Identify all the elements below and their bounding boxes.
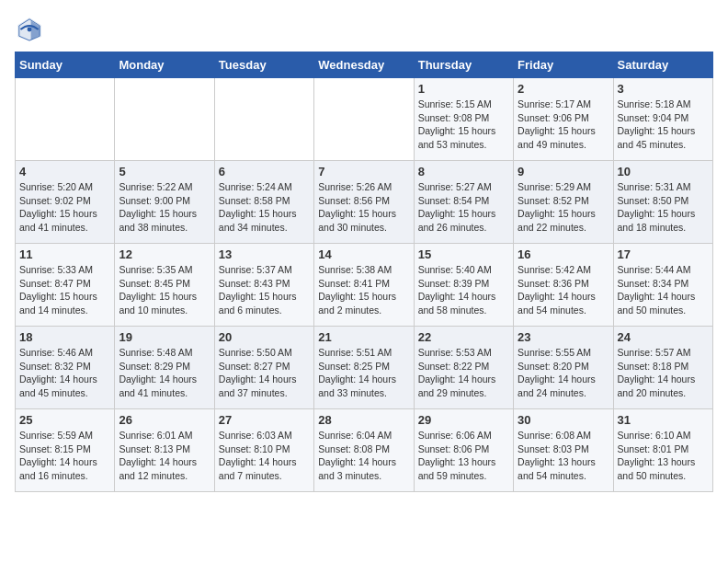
calendar-cell: 28Sunrise: 6:04 AM Sunset: 8:08 PM Dayli… (314, 409, 414, 492)
calendar-header: SundayMondayTuesdayWednesdayThursdayFrid… (16, 52, 713, 78)
day-info: Sunrise: 5:59 AM Sunset: 8:15 PM Dayligh… (19, 429, 110, 483)
day-info: Sunrise: 5:37 AM Sunset: 8:43 PM Dayligh… (219, 263, 310, 317)
day-info: Sunrise: 5:24 AM Sunset: 8:58 PM Dayligh… (219, 180, 310, 235)
day-info: Sunrise: 5:18 AM Sunset: 9:04 PM Dayligh… (618, 98, 709, 152)
logo (15, 15, 48, 44)
day-info: Sunrise: 5:55 AM Sunset: 8:20 PM Dayligh… (518, 346, 609, 400)
calendar-week-4: 18Sunrise: 5:46 AM Sunset: 8:32 PM Dayli… (16, 327, 713, 409)
day-info: Sunrise: 5:17 AM Sunset: 9:06 PM Dayligh… (518, 98, 609, 152)
day-number: 14 (318, 247, 409, 261)
day-number: 29 (418, 413, 509, 427)
calendar-cell: 12Sunrise: 5:35 AM Sunset: 8:45 PM Dayli… (115, 244, 214, 327)
calendar-cell (16, 78, 115, 161)
day-number: 5 (119, 165, 210, 178)
calendar-cell: 27Sunrise: 6:03 AM Sunset: 8:10 PM Dayli… (214, 409, 313, 492)
calendar-cell: 10Sunrise: 5:31 AM Sunset: 8:50 PM Dayli… (613, 161, 712, 244)
day-number: 20 (219, 330, 310, 344)
calendar-cell: 22Sunrise: 5:53 AM Sunset: 8:22 PM Dayli… (414, 327, 513, 409)
day-info: Sunrise: 6:08 AM Sunset: 8:03 PM Dayligh… (518, 429, 609, 483)
calendar-cell: 1Sunrise: 5:15 AM Sunset: 9:08 PM Daylig… (414, 78, 513, 161)
day-info: Sunrise: 5:20 AM Sunset: 9:02 PM Dayligh… (19, 180, 110, 235)
day-info: Sunrise: 6:06 AM Sunset: 8:06 PM Dayligh… (418, 429, 509, 483)
day-number: 23 (518, 330, 609, 344)
calendar-cell: 6Sunrise: 5:24 AM Sunset: 8:58 PM Daylig… (214, 161, 313, 244)
calendar-cell: 13Sunrise: 5:37 AM Sunset: 8:43 PM Dayli… (214, 244, 313, 327)
day-number: 12 (119, 247, 210, 261)
day-number: 9 (518, 165, 609, 178)
calendar-cell: 19Sunrise: 5:48 AM Sunset: 8:29 PM Dayli… (115, 327, 214, 409)
calendar-cell (115, 78, 214, 161)
day-number: 1 (418, 82, 509, 96)
day-number: 10 (618, 165, 709, 178)
general-blue-logo-icon (15, 15, 44, 44)
day-info: Sunrise: 6:04 AM Sunset: 8:08 PM Dayligh… (318, 429, 409, 483)
day-info: Sunrise: 5:31 AM Sunset: 8:50 PM Dayligh… (618, 180, 709, 235)
day-info: Sunrise: 5:46 AM Sunset: 8:32 PM Dayligh… (19, 346, 110, 400)
weekday-header-friday: Friday (514, 52, 613, 78)
calendar-cell: 30Sunrise: 6:08 AM Sunset: 8:03 PM Dayli… (514, 409, 613, 492)
calendar-cell: 8Sunrise: 5:27 AM Sunset: 8:54 PM Daylig… (414, 161, 513, 244)
day-info: Sunrise: 5:38 AM Sunset: 8:41 PM Dayligh… (318, 263, 409, 317)
day-number: 7 (318, 165, 409, 178)
weekday-row: SundayMondayTuesdayWednesdayThursdayFrid… (16, 52, 713, 78)
weekday-header-saturday: Saturday (613, 52, 712, 78)
day-info: Sunrise: 5:42 AM Sunset: 8:36 PM Dayligh… (518, 263, 609, 317)
calendar-cell: 3Sunrise: 5:18 AM Sunset: 9:04 PM Daylig… (613, 78, 712, 161)
day-info: Sunrise: 5:35 AM Sunset: 8:45 PM Dayligh… (119, 263, 210, 317)
day-number: 4 (19, 165, 110, 178)
calendar-table: SundayMondayTuesdayWednesdayThursdayFrid… (15, 52, 713, 492)
day-number: 21 (318, 330, 409, 344)
day-info: Sunrise: 5:15 AM Sunset: 9:08 PM Dayligh… (418, 98, 509, 152)
calendar-cell: 11Sunrise: 5:33 AM Sunset: 8:47 PM Dayli… (16, 244, 115, 327)
calendar-cell: 9Sunrise: 5:29 AM Sunset: 8:52 PM Daylig… (514, 161, 613, 244)
day-number: 3 (618, 82, 709, 96)
day-number: 18 (19, 330, 110, 344)
day-number: 31 (618, 413, 709, 427)
day-info: Sunrise: 5:50 AM Sunset: 8:27 PM Dayligh… (219, 346, 310, 400)
day-number: 19 (119, 330, 210, 344)
weekday-header-monday: Monday (115, 52, 214, 78)
calendar-cell: 18Sunrise: 5:46 AM Sunset: 8:32 PM Dayli… (16, 327, 115, 409)
day-number: 24 (618, 330, 709, 344)
calendar-cell: 2Sunrise: 5:17 AM Sunset: 9:06 PM Daylig… (514, 78, 613, 161)
day-info: Sunrise: 5:44 AM Sunset: 8:34 PM Dayligh… (618, 263, 709, 317)
day-number: 26 (119, 413, 210, 427)
calendar-cell: 20Sunrise: 5:50 AM Sunset: 8:27 PM Dayli… (214, 327, 313, 409)
calendar-cell (214, 78, 313, 161)
calendar-cell: 14Sunrise: 5:38 AM Sunset: 8:41 PM Dayli… (314, 244, 414, 327)
weekday-header-thursday: Thursday (414, 52, 513, 78)
day-number: 28 (318, 413, 409, 427)
calendar-cell: 16Sunrise: 5:42 AM Sunset: 8:36 PM Dayli… (514, 244, 613, 327)
calendar-body: 1Sunrise: 5:15 AM Sunset: 9:08 PM Daylig… (16, 78, 713, 492)
day-info: Sunrise: 6:03 AM Sunset: 8:10 PM Dayligh… (219, 429, 310, 483)
calendar-cell: 7Sunrise: 5:26 AM Sunset: 8:56 PM Daylig… (314, 161, 414, 244)
day-info: Sunrise: 5:22 AM Sunset: 9:00 PM Dayligh… (119, 180, 210, 235)
day-info: Sunrise: 5:40 AM Sunset: 8:39 PM Dayligh… (418, 263, 509, 317)
weekday-header-sunday: Sunday (16, 52, 115, 78)
day-info: Sunrise: 5:27 AM Sunset: 8:54 PM Dayligh… (418, 180, 509, 235)
day-number: 6 (219, 165, 310, 178)
calendar-cell: 23Sunrise: 5:55 AM Sunset: 8:20 PM Dayli… (514, 327, 613, 409)
calendar-week-3: 11Sunrise: 5:33 AM Sunset: 8:47 PM Dayli… (16, 244, 713, 327)
day-info: Sunrise: 5:51 AM Sunset: 8:25 PM Dayligh… (318, 346, 409, 400)
calendar-cell: 31Sunrise: 6:10 AM Sunset: 8:01 PM Dayli… (613, 409, 712, 492)
svg-point-3 (28, 28, 32, 32)
day-info: Sunrise: 5:48 AM Sunset: 8:29 PM Dayligh… (119, 346, 210, 400)
day-number: 11 (19, 247, 110, 261)
day-number: 15 (418, 247, 509, 261)
day-number: 30 (518, 413, 609, 427)
day-number: 13 (219, 247, 310, 261)
calendar-cell: 4Sunrise: 5:20 AM Sunset: 9:02 PM Daylig… (16, 161, 115, 244)
day-number: 17 (618, 247, 709, 261)
calendar-cell: 5Sunrise: 5:22 AM Sunset: 9:00 PM Daylig… (115, 161, 214, 244)
calendar-week-1: 1Sunrise: 5:15 AM Sunset: 9:08 PM Daylig… (16, 78, 713, 161)
day-info: Sunrise: 5:26 AM Sunset: 8:56 PM Dayligh… (318, 180, 409, 235)
day-number: 16 (518, 247, 609, 261)
calendar-cell: 21Sunrise: 5:51 AM Sunset: 8:25 PM Dayli… (314, 327, 414, 409)
day-info: Sunrise: 6:01 AM Sunset: 8:13 PM Dayligh… (119, 429, 210, 483)
calendar-cell (314, 78, 414, 161)
day-info: Sunrise: 5:33 AM Sunset: 8:47 PM Dayligh… (19, 263, 110, 317)
day-number: 25 (19, 413, 110, 427)
day-info: Sunrise: 5:53 AM Sunset: 8:22 PM Dayligh… (418, 346, 509, 400)
header (15, 15, 713, 44)
